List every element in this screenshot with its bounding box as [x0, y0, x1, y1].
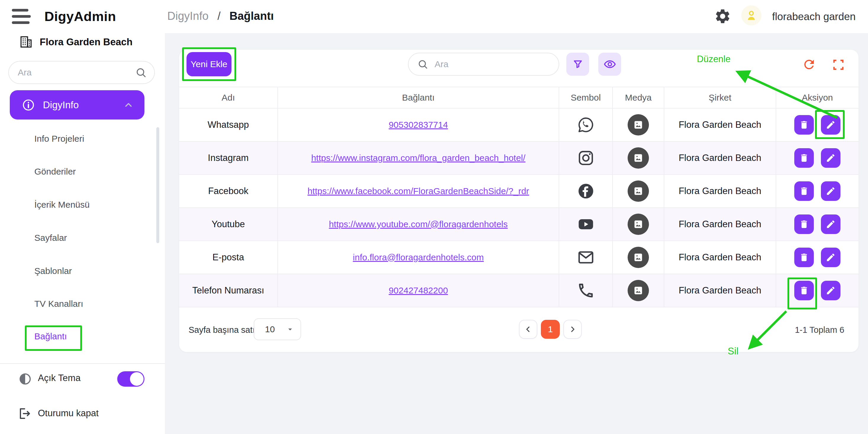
row-link[interactable]: 905302837714 [389, 120, 448, 130]
delete-button[interactable] [794, 148, 814, 168]
column-visibility-button[interactable] [598, 53, 621, 76]
add-new-button[interactable]: Yeni Ekle [187, 52, 231, 76]
image-icon [633, 186, 644, 196]
sidebar-search[interactable] [8, 61, 155, 84]
rows-per-page-select[interactable]: 10 [254, 318, 301, 340]
table-row: Instagram https://www.instagram.com/flor… [179, 142, 859, 175]
edit-button[interactable] [821, 181, 840, 201]
sidebar-divider [0, 363, 165, 364]
delete-button[interactable] [794, 115, 814, 135]
search-icon [135, 67, 147, 78]
trash-icon [799, 120, 809, 130]
sidebar-item-icerik-menusu[interactable]: İçerik Menüsü [34, 198, 90, 211]
row-link[interactable]: info.flora@floragardenhotels.com [353, 253, 484, 262]
media-thumbnail[interactable] [628, 213, 649, 235]
toggle-knob [130, 372, 144, 386]
rows-per-page-label: Sayfa başına satır: [189, 325, 260, 335]
edit-button[interactable] [821, 247, 840, 267]
image-icon [633, 219, 644, 230]
sidebar-search-input[interactable] [18, 67, 135, 77]
prev-page-button[interactable] [519, 320, 537, 339]
sidebar-item-baglanti[interactable]: Bağlantı [34, 330, 67, 343]
trash-icon [799, 286, 809, 296]
row-company: Flora Garden Beach [664, 142, 776, 174]
refresh-button[interactable] [802, 57, 816, 72]
edit-button[interactable] [821, 281, 840, 300]
sidebar-item-sayfalar[interactable]: Sayfalar [34, 231, 67, 244]
topbar: DigyAdmin DigyInfo / Bağlantı florabeach… [0, 0, 868, 33]
user-name[interactable]: florabeach garden [772, 11, 856, 23]
row-link[interactable]: https://www.youtube.com/@floragardenhote… [329, 219, 508, 229]
image-icon [633, 153, 644, 163]
pencil-icon [826, 186, 836, 196]
delete-button[interactable] [794, 281, 814, 300]
filter-button[interactable] [566, 53, 589, 76]
user-avatar[interactable] [741, 5, 762, 26]
table-footer: Sayfa başına satır: 10 1 1-1 Toplam 6 [179, 308, 859, 352]
media-thumbnail[interactable] [628, 114, 649, 135]
pencil-icon [826, 219, 836, 229]
sidebar-item-info-projeleri[interactable]: Info Projeleri [34, 132, 84, 145]
table-search-input[interactable] [435, 59, 552, 69]
pencil-icon [826, 286, 836, 296]
delete-button[interactable] [794, 181, 814, 201]
column-header-sembol: Sembol [559, 87, 613, 108]
fullscreen-icon [832, 59, 845, 71]
sidebar-scrollbar[interactable] [156, 127, 159, 243]
trash-icon [799, 153, 809, 163]
info-icon [22, 98, 35, 112]
links-card: Yeni Ekle Adı Bağlantı Sembol Medya Şirk… [179, 50, 859, 352]
column-header-baglanti: Bağlantı [278, 87, 559, 108]
sidebar-item-tv-kanallari[interactable]: TV Kanalları [34, 297, 83, 310]
table-search[interactable] [408, 53, 559, 76]
sidebar-item-sablonlar[interactable]: Şablonlar [34, 265, 72, 277]
theme-toggle[interactable] [117, 371, 145, 387]
sidebar: Flora Garden Beach DigyInfo Info Projele… [0, 33, 165, 434]
edit-button[interactable] [821, 115, 840, 135]
contrast-icon [18, 372, 32, 386]
eye-icon [603, 58, 616, 71]
breadcrumb-separator: / [217, 10, 221, 23]
logout-button[interactable]: Oturumu kapat [0, 406, 165, 421]
row-name: E-posta [179, 241, 278, 274]
trash-icon [799, 253, 809, 262]
theme-label: Açık Tema [38, 373, 81, 383]
settings-gear-icon[interactable] [714, 8, 731, 25]
trash-icon [799, 219, 809, 229]
row-company: Flora Garden Beach [664, 108, 776, 141]
media-thumbnail[interactable] [628, 147, 649, 169]
image-icon [633, 285, 644, 296]
current-page-button[interactable]: 1 [541, 320, 560, 339]
fullscreen-button[interactable] [832, 59, 845, 71]
edit-button[interactable] [821, 148, 840, 168]
sidebar-item-gonderiler[interactable]: Gönderiler [34, 165, 76, 178]
column-header-adi: Adı [179, 87, 278, 108]
delete-button[interactable] [794, 247, 814, 267]
search-icon [417, 59, 428, 69]
row-name: Facebook [179, 175, 278, 207]
edit-button[interactable] [821, 214, 840, 234]
sidebar-item-digyinfo[interactable]: DigyInfo [10, 90, 145, 120]
table-row: E-posta info.flora@floragardenhotels.com… [179, 241, 859, 274]
row-company: Flora Garden Beach [664, 241, 776, 274]
row-link[interactable]: https://www.facebook.com/FloraGardenBeac… [308, 186, 529, 196]
row-company: Flora Garden Beach [664, 175, 776, 207]
rows-per-page-value: 10 [265, 324, 286, 334]
company-name: Flora Garden Beach [40, 36, 133, 47]
app-title: DigyAdmin [44, 9, 116, 24]
breadcrumb-section[interactable]: DigyInfo [167, 10, 209, 23]
column-header-medya: Medya [613, 87, 664, 108]
row-link[interactable]: https://www.instagram.com/flora_garden_b… [311, 153, 525, 163]
pagination: 1 [519, 320, 582, 339]
hamburger-menu-icon[interactable] [12, 9, 31, 24]
table-header: Adı Bağlantı Sembol Medya Şirket Aksiyon [179, 87, 859, 108]
next-page-button[interactable] [563, 320, 582, 339]
media-thumbnail[interactable] [628, 280, 649, 301]
media-thumbnail[interactable] [628, 180, 649, 202]
pagination-range-label: 1-1 Toplam 6 [795, 325, 844, 335]
delete-button[interactable] [794, 214, 814, 234]
phone-icon [577, 281, 595, 300]
row-link[interactable]: 902427482200 [389, 286, 448, 296]
media-thumbnail[interactable] [628, 247, 649, 268]
trash-icon [799, 186, 809, 196]
